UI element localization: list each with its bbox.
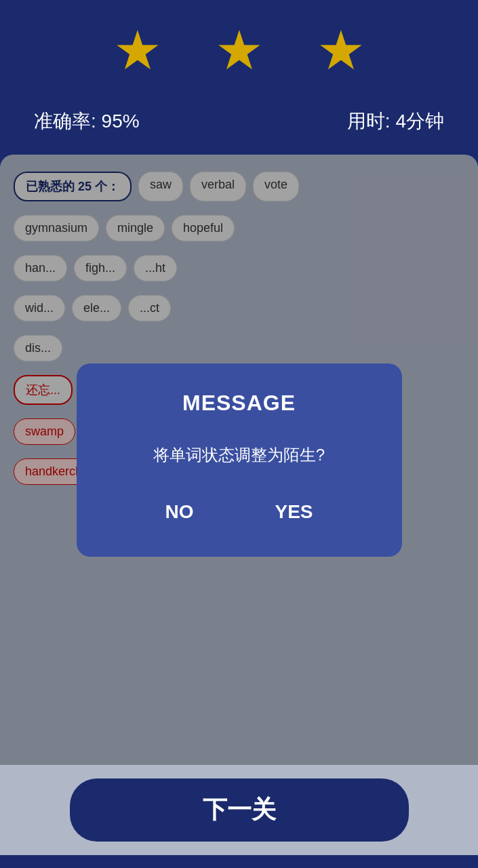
time-label: 用时: 4分钟 (347, 108, 444, 134)
top-section: ★ ★ ★ 准确率: 95% 用时: 4分钟 (0, 0, 478, 155)
dialog-overlay: MESSAGE 将单词状态调整为陌生? NO YES (0, 155, 478, 765)
dialog-buttons: NO YES (151, 494, 326, 530)
star-3: ★ (311, 20, 372, 81)
accuracy-label: 准确率: 95% (34, 108, 140, 134)
stars-row: ★ ★ ★ (107, 20, 372, 81)
stats-row: 准确率: 95% 用时: 4分钟 (0, 102, 478, 141)
star-2: ★ (209, 20, 270, 81)
star-1: ★ (107, 20, 168, 81)
dialog-message: 将单词状态调整为陌生? (153, 443, 325, 467)
dialog-title: MESSAGE (182, 391, 296, 416)
dialog-box: MESSAGE 将单词状态调整为陌生? NO YES (77, 363, 402, 557)
bottom-bar: 下一关 (0, 765, 478, 855)
no-button[interactable]: NO (151, 494, 207, 530)
page-wrapper: ★ ★ ★ 准确率: 95% 用时: 4分钟 已熟悉的 25 个： saw ve… (0, 0, 478, 868)
next-button[interactable]: 下一关 (70, 778, 409, 842)
main-content: 已熟悉的 25 个： saw verbal vote gymnasium min… (0, 155, 478, 765)
content-wrapper: 已熟悉的 25 个： saw verbal vote gymnasium min… (0, 155, 478, 868)
yes-button[interactable]: YES (261, 494, 326, 530)
